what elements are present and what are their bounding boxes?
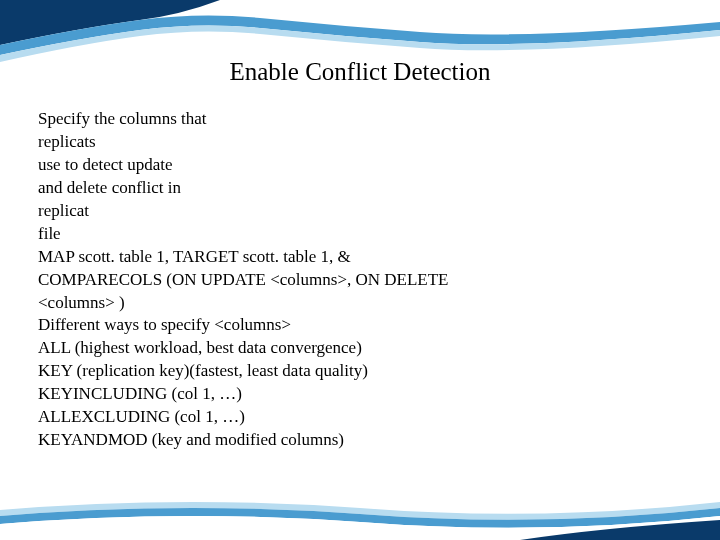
content-line: ALLEXCLUDING (col 1, …): [38, 406, 682, 429]
content-line: Specify the columns that: [38, 108, 682, 131]
content-line: <columns> ): [38, 292, 682, 315]
content-line: file: [38, 223, 682, 246]
slide-title: Enable Conflict Detection: [0, 58, 720, 86]
content-line: MAP scott. table 1, TARGET scott. table …: [38, 246, 682, 269]
content-line: use to detect update: [38, 154, 682, 177]
slide-content: Specify the columns that replicats use t…: [38, 108, 682, 452]
content-line: KEYINCLUDING (col 1, …): [38, 383, 682, 406]
content-line: COMPARECOLS (ON UPDATE <columns>, ON DEL…: [38, 269, 682, 292]
content-line: and delete conflict in: [38, 177, 682, 200]
wave-decoration-bottom: [0, 490, 720, 540]
content-line: replicat: [38, 200, 682, 223]
slide: Enable Conflict Detection Specify the co…: [0, 0, 720, 540]
content-line: KEY (replication key)(fastest, least dat…: [38, 360, 682, 383]
content-line: Different ways to specify <columns>: [38, 314, 682, 337]
content-line: ALL (highest workload, best data converg…: [38, 337, 682, 360]
content-line: KEYANDMOD (key and modified columns): [38, 429, 682, 452]
content-line: replicats: [38, 131, 682, 154]
